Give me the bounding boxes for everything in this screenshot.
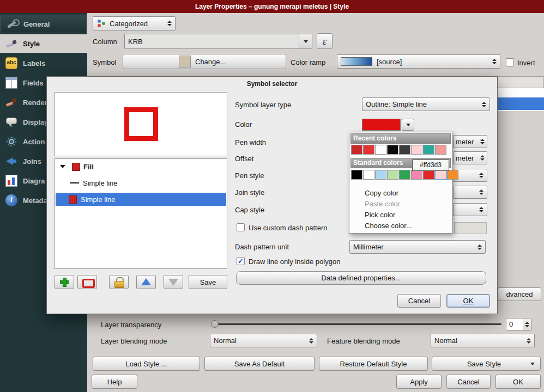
renderer-select[interactable]: Categorized bbox=[93, 16, 176, 30]
abc-label-icon bbox=[5, 57, 17, 69]
apply-button[interactable]: Apply bbox=[396, 375, 442, 389]
spinner-arrows-icon[interactable] bbox=[523, 318, 531, 330]
color-swatch[interactable] bbox=[411, 145, 422, 155]
sidebar-item-style[interactable]: Style bbox=[0, 34, 87, 53]
color-swatch[interactable] bbox=[447, 170, 458, 180]
color-swatch[interactable] bbox=[423, 145, 434, 155]
save-as-default-label: Save As Default bbox=[234, 360, 285, 368]
menu-item-pick-color[interactable]: Pick color bbox=[350, 210, 451, 220]
color-swatch[interactable] bbox=[387, 170, 398, 180]
dash-pattern-unit-select[interactable]: Millimeter bbox=[349, 240, 486, 254]
symbol-layer-type-select[interactable]: Outline: Simple line bbox=[362, 97, 490, 111]
menu-item-copy-color[interactable]: Copy color bbox=[350, 188, 451, 199]
add-symbol-layer-button[interactable] bbox=[55, 275, 74, 289]
layer-blending-select[interactable]: Normal bbox=[210, 334, 317, 347]
pen-width-unit-select[interactable]: meter bbox=[453, 135, 487, 148]
move-up-button[interactable] bbox=[136, 275, 156, 289]
color-swatch[interactable] bbox=[435, 170, 446, 180]
restore-default-style-button[interactable]: Restore Default Style bbox=[319, 357, 428, 371]
save-as-default-button[interactable]: Save As Default bbox=[204, 357, 315, 371]
recent-colors-header: Recent colors bbox=[350, 133, 451, 144]
dash-pattern-field-fragment bbox=[454, 222, 487, 234]
color-swatch[interactable] bbox=[411, 170, 422, 180]
move-down-button[interactable] bbox=[164, 275, 183, 289]
transparency-spinbox[interactable]: 0 bbox=[506, 318, 531, 330]
save-symbol-button[interactable]: Save bbox=[189, 275, 227, 289]
column-label: Column bbox=[93, 38, 117, 46]
sidebar-item-label: Render bbox=[23, 99, 47, 107]
color-ramp-label: Color ramp bbox=[291, 58, 325, 66]
sidebar-item-general[interactable]: General bbox=[0, 15, 87, 33]
menu-item-choose-color[interactable]: Choose color... bbox=[350, 220, 451, 231]
data-defined-properties-button[interactable]: Data defined properties... bbox=[236, 271, 486, 285]
load-style-button[interactable]: Load Style ... bbox=[93, 357, 200, 371]
tree-row-simple-line-1[interactable]: Simple line bbox=[56, 176, 226, 189]
window-titlebar[interactable]: Layer Properties – gunung merapi meletus… bbox=[0, 0, 544, 13]
pen-style-label: Pen style bbox=[235, 171, 264, 180]
minus-icon bbox=[81, 276, 93, 288]
sidebar-item-label: General bbox=[23, 20, 50, 28]
expression-button[interactable]: ε bbox=[317, 33, 333, 49]
unit-partial-text: meter bbox=[456, 138, 474, 146]
tree-row-simple-line-2[interactable]: Simple line bbox=[56, 193, 226, 206]
color-swatch[interactable] bbox=[423, 170, 434, 180]
dialog-ok-button[interactable]: OK bbox=[446, 294, 490, 308]
renderer-value: Categorized bbox=[110, 20, 148, 28]
color-swatch[interactable] bbox=[375, 145, 386, 155]
color-swatch[interactable] bbox=[375, 170, 386, 180]
remove-symbol-layer-button[interactable] bbox=[77, 275, 97, 289]
dialog-cancel-button[interactable]: Cancel bbox=[397, 294, 441, 308]
feature-blending-select[interactable]: Normal bbox=[431, 334, 535, 347]
recent-colors-row bbox=[351, 145, 447, 156]
dropdown-arrow-icon[interactable] bbox=[299, 34, 312, 48]
color-swatch[interactable] bbox=[363, 145, 374, 155]
change-symbol-button[interactable]: Change... bbox=[123, 54, 286, 69]
help-button[interactable]: Help bbox=[92, 375, 137, 389]
join-style-select-fragment[interactable] bbox=[453, 186, 487, 199]
join-style-label: Join style bbox=[235, 188, 264, 197]
cap-style-select-fragment[interactable] bbox=[453, 203, 487, 216]
wrench-icon bbox=[6, 18, 18, 30]
color-label: Color bbox=[235, 120, 252, 128]
join-arrow-icon bbox=[5, 155, 17, 167]
dialog-ok-label: OK bbox=[463, 297, 474, 305]
color-swatch[interactable] bbox=[363, 170, 374, 180]
advanced-button[interactable]: dvanced bbox=[498, 287, 541, 301]
layer-blending-label: Layer blending mode bbox=[101, 337, 167, 345]
color-swatch[interactable] bbox=[399, 145, 410, 155]
feature-blending-value: Normal bbox=[434, 336, 457, 345]
selected-class-row-fragment[interactable] bbox=[498, 97, 544, 110]
color-ramp-select[interactable]: [source] bbox=[337, 54, 500, 69]
use-custom-dash-checkbox[interactable] bbox=[237, 223, 245, 231]
lock-layer-button[interactable] bbox=[109, 275, 129, 289]
color-swatch[interactable] bbox=[351, 145, 362, 155]
save-style-button[interactable]: Save Style bbox=[432, 357, 541, 371]
ok-button[interactable]: OK bbox=[495, 375, 541, 389]
lock-icon bbox=[113, 276, 125, 288]
combo-arrows-icon bbox=[489, 59, 497, 64]
transparency-slider-track[interactable] bbox=[211, 323, 501, 325]
color-button[interactable] bbox=[362, 119, 401, 131]
expander-icon[interactable] bbox=[60, 165, 65, 168]
color-swatch[interactable] bbox=[435, 145, 446, 155]
column-select[interactable]: KRB bbox=[124, 34, 312, 49]
offset-label: Offset bbox=[235, 155, 253, 163]
transparency-slider-handle[interactable] bbox=[211, 320, 219, 328]
color-dropdown-button[interactable] bbox=[402, 119, 414, 131]
color-swatch[interactable] bbox=[399, 170, 410, 180]
help-label: Help bbox=[107, 378, 122, 386]
tree-row-fill[interactable]: Fill bbox=[56, 160, 226, 173]
bar-chart-icon bbox=[5, 175, 17, 187]
offset-unit-select[interactable]: meter bbox=[453, 151, 487, 164]
column-value: KRB bbox=[128, 38, 143, 46]
feature-blending-label: Feature blending mode bbox=[327, 337, 400, 345]
combo-arrows-icon bbox=[476, 207, 483, 212]
cancel-button[interactable]: Cancel bbox=[446, 375, 491, 389]
color-swatch[interactable] bbox=[351, 170, 362, 180]
down-arrow-icon bbox=[167, 276, 179, 288]
color-swatch[interactable] bbox=[387, 145, 398, 155]
invert-checkbox[interactable] bbox=[506, 58, 514, 66]
sidebar-item-labels[interactable]: Labels bbox=[0, 54, 87, 72]
layer-blending-value: Normal bbox=[214, 336, 237, 345]
draw-inside-checkbox[interactable] bbox=[237, 257, 245, 265]
